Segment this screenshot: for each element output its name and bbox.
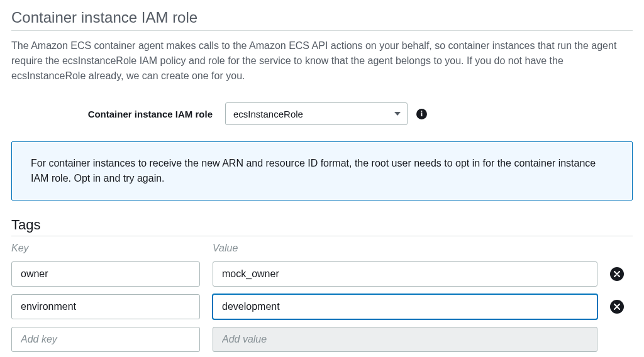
tag-value-input[interactable] bbox=[213, 294, 597, 319]
add-tag-key-input[interactable] bbox=[11, 327, 200, 352]
remove-tag-button[interactable] bbox=[610, 300, 624, 314]
tag-value-input[interactable] bbox=[213, 261, 597, 287]
close-icon bbox=[614, 304, 620, 310]
tags-value-header: Value bbox=[213, 243, 597, 254]
iam-role-select[interactable]: ecsInstanceRole bbox=[225, 102, 408, 125]
tag-key-input[interactable] bbox=[11, 294, 200, 319]
tag-key-input[interactable] bbox=[11, 261, 200, 287]
add-tag-value-input[interactable] bbox=[213, 327, 597, 352]
iam-role-field-row: Container instance IAM role ecsInstanceR… bbox=[11, 102, 633, 125]
info-notice: For container instances to receive the n… bbox=[11, 141, 633, 200]
tags-key-header: Key bbox=[11, 243, 200, 254]
tags-grid: Key Value bbox=[11, 243, 633, 352]
remove-tag-button[interactable] bbox=[610, 267, 624, 281]
info-notice-text: For container instances to receive the n… bbox=[31, 158, 596, 184]
section-description: The Amazon ECS container agent makes cal… bbox=[11, 38, 633, 84]
iam-role-label: Container instance IAM role bbox=[11, 109, 225, 119]
section-title: Container instance IAM role bbox=[11, 9, 633, 31]
chevron-down-icon bbox=[394, 112, 401, 116]
info-icon[interactable]: i bbox=[416, 109, 427, 119]
tags-title: Tags bbox=[11, 217, 633, 236]
iam-role-selected-value: ecsInstanceRole bbox=[233, 109, 303, 119]
close-icon bbox=[614, 271, 620, 277]
